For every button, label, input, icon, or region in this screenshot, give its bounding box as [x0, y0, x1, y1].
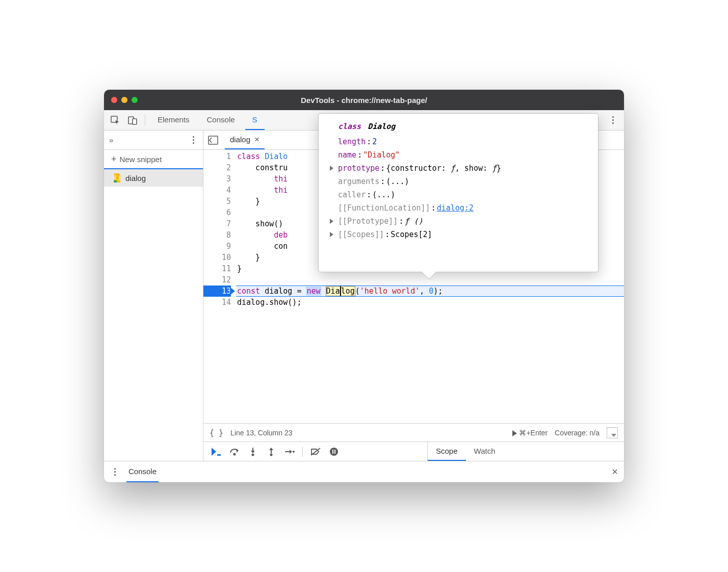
cursor-position: Line 13, Column 23: [230, 429, 292, 437]
close-window-button[interactable]: [111, 97, 117, 103]
svg-point-12: [293, 451, 295, 453]
expand-sidebar-icon[interactable]: »: [109, 136, 113, 144]
svg-point-14: [330, 448, 338, 456]
separator: [145, 115, 145, 126]
source-link[interactable]: dialog:2: [437, 201, 474, 215]
play-icon: [512, 430, 517, 436]
run-snippet-button[interactable]: ⌘+Enter: [512, 429, 548, 437]
separator: [302, 447, 303, 457]
expand-triangle-icon[interactable]: [330, 219, 333, 224]
new-snippet-button[interactable]: + New snippet: [104, 150, 203, 169]
line-number[interactable]: 8: [203, 229, 231, 241]
content: » + New snippet dialog: [104, 131, 624, 461]
svg-rect-15: [332, 450, 333, 454]
close-drawer-icon[interactable]: ×: [612, 466, 618, 478]
line-number[interactable]: 9: [203, 241, 231, 252]
line-number[interactable]: 2: [203, 162, 231, 173]
popover-property-row[interactable]: prototype: {constructor: ƒ, show: ƒ}: [327, 162, 590, 175]
property-value: (...): [372, 188, 395, 201]
close-tab-icon[interactable]: ×: [254, 135, 259, 145]
tab-sources[interactable]: S: [245, 110, 265, 130]
property-value: (...): [386, 175, 409, 188]
editor-tab-label: dialog: [230, 135, 250, 144]
editor-status-bar: { } Line 13, Column 23 ⌘+Enter Coverage:…: [203, 423, 624, 441]
editor-area: dialog × 1234567891011121314 class Dialo…: [203, 131, 624, 461]
popover-property-row[interactable]: caller: (...): [327, 188, 590, 201]
svg-rect-2: [133, 119, 137, 124]
sidebar-menu-icon[interactable]: [189, 136, 198, 144]
line-number[interactable]: 6: [203, 207, 231, 218]
gutter: 1234567891011121314: [203, 150, 236, 423]
code-line[interactable]: dialog.show();: [236, 297, 624, 308]
line-number[interactable]: 13: [203, 285, 231, 297]
new-snippet-label: New snippet: [120, 155, 162, 164]
drawer-tab-console[interactable]: Console: [126, 461, 159, 482]
expand-triangle-icon[interactable]: [330, 166, 333, 171]
popover-property-row[interactable]: [[Prototype]]: ƒ (): [327, 215, 590, 228]
step-over-icon[interactable]: [229, 446, 240, 457]
show-navigator-icon[interactable]: [206, 134, 220, 147]
tab-scope[interactable]: Scope: [428, 442, 466, 461]
snippet-list: dialog: [104, 169, 203, 461]
popover-property-row[interactable]: [[FunctionLocation]]: dialog:2: [327, 201, 590, 215]
snippet-file-icon: [113, 173, 121, 183]
console-drawer: Console ×: [104, 461, 624, 482]
debugger-bar: Scope Watch: [203, 441, 624, 461]
titlebar: DevTools - chrome://new-tab-page/: [104, 90, 624, 110]
line-number[interactable]: 7: [203, 218, 231, 229]
line-number[interactable]: 4: [203, 185, 231, 196]
snippet-item-label: dialog: [125, 174, 146, 183]
popover-property-row[interactable]: arguments: (...): [327, 175, 590, 188]
line-number[interactable]: 14: [203, 297, 231, 308]
popover-property-row[interactable]: [[Scopes]]: Scopes[2]: [327, 228, 590, 241]
zoom-window-button[interactable]: [132, 97, 138, 103]
property-name: [[Scopes]]: [338, 228, 384, 241]
resume-icon[interactable]: [211, 446, 222, 457]
drawer-menu-icon[interactable]: [110, 468, 119, 476]
more-tabs-icon[interactable]: [606, 113, 620, 127]
property-name: length: [338, 135, 366, 148]
tab-watch[interactable]: Watch: [466, 442, 504, 461]
plus-icon: +: [111, 154, 117, 165]
expand-triangle-icon[interactable]: [330, 232, 333, 237]
step-out-icon[interactable]: [266, 446, 277, 457]
code-line[interactable]: const dialog = new Dialog('hello world',…: [236, 285, 624, 297]
line-number[interactable]: 5: [203, 196, 231, 207]
line-number[interactable]: 10: [203, 252, 231, 263]
popover-class-name: Dialog: [368, 120, 395, 133]
step-icon[interactable]: [284, 446, 295, 457]
line-number[interactable]: 12: [203, 274, 231, 285]
step-into-icon[interactable]: [247, 446, 258, 457]
property-value: Scopes[2]: [391, 228, 432, 241]
editor-tab-dialog[interactable]: dialog ×: [225, 131, 265, 149]
pause-on-exceptions-icon[interactable]: [328, 446, 340, 457]
minimize-window-button[interactable]: [121, 97, 127, 103]
show-drawer-icon[interactable]: [607, 427, 618, 438]
svg-point-6: [233, 453, 236, 455]
deactivate-breakpoints-icon[interactable]: [310, 446, 321, 457]
window-title: DevTools - chrome://new-tab-page/: [104, 96, 624, 105]
tab-console[interactable]: Console: [200, 110, 242, 130]
inspect-element-icon[interactable]: [108, 113, 122, 127]
run-hint-label: ⌘+Enter: [519, 429, 548, 437]
line-number[interactable]: 1: [203, 151, 231, 162]
snippet-item-dialog[interactable]: dialog: [104, 169, 203, 187]
svg-point-8: [252, 453, 254, 456]
property-value: {constructor: ƒ, show: ƒ}: [386, 162, 501, 175]
line-number[interactable]: 3: [203, 173, 231, 185]
devtools-window: DevTools - chrome://new-tab-page/ Elemen…: [104, 90, 624, 482]
tab-elements[interactable]: Elements: [150, 110, 197, 130]
line-number[interactable]: 11: [203, 263, 231, 274]
property-name: [[FunctionLocation]]: [338, 201, 430, 215]
object-preview-popover: class Dialog length: 2name: "Dialog"prot…: [318, 113, 599, 272]
format-braces-icon[interactable]: { }: [210, 428, 223, 437]
debug-controls: [203, 442, 428, 461]
device-toggle-icon[interactable]: [125, 113, 140, 127]
svg-rect-5: [217, 454, 221, 456]
traffic-lights: [111, 97, 138, 103]
popover-header: class Dialog: [327, 120, 590, 133]
popover-property-row[interactable]: name: "Dialog": [327, 148, 590, 162]
popover-property-row[interactable]: length: 2: [327, 135, 590, 148]
property-name: prototype: [338, 162, 379, 175]
property-name: arguments: [338, 175, 379, 188]
